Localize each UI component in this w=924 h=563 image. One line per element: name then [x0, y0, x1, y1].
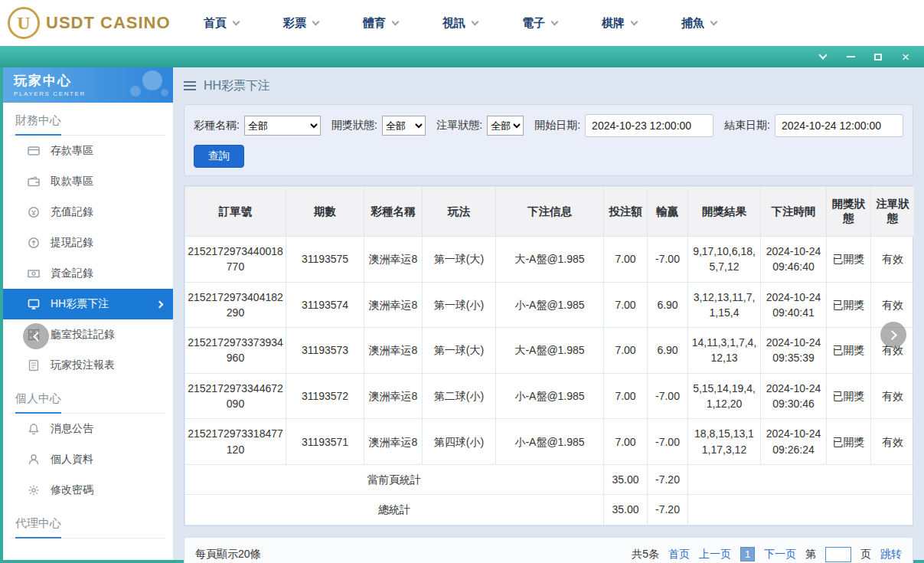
- sidebar-item-label: 玩家投注報表: [51, 358, 115, 372]
- sidebar-item-label: HH彩票下注: [51, 297, 109, 311]
- pagination-bar: 每頁顯示20條 共5条 首页 上一页 1 下一页 第 页 跳转: [184, 537, 913, 563]
- table-cell: 2024-10-24 09:35:39: [761, 328, 827, 374]
- table-cell: 有效: [871, 237, 915, 283]
- nav-item-sports[interactable]: 體育: [363, 16, 398, 31]
- lottery-filter-select[interactable]: 全部: [244, 116, 321, 136]
- table-cell: 31193572: [286, 373, 364, 419]
- table-cell: 已開獎: [827, 373, 871, 419]
- end-date-input[interactable]: [775, 114, 903, 137]
- sidebar-item-password[interactable]: 修改密碼: [3, 475, 173, 506]
- sidebar-section-title: 個人中心: [11, 381, 165, 414]
- table-cell: 第一球(大): [423, 328, 496, 374]
- nav-item-slots[interactable]: 電子: [522, 16, 557, 31]
- first-page-link[interactable]: 首页: [668, 548, 690, 561]
- start-date-input[interactable]: [585, 114, 713, 137]
- sidebar-item-deposit[interactable]: 存款專區: [3, 136, 173, 166]
- table-cell: 6.90: [648, 282, 688, 328]
- table-cell: 大-A盤@1.985: [496, 237, 604, 283]
- bet-table: 訂單號期數彩種名稱玩法下注信息投注額輸贏開獎結果下注時間開獎狀態注單狀態 215…: [184, 185, 913, 526]
- top-nav-bar: U USDT CASINO 首頁彩票體育視訊電子棋牌捕魚: [0, 0, 924, 46]
- sidebar-menu: 財務中心存款專區取款專區充值記錄提現記錄資金記錄HH彩票下注廳室投註記錄玩家投注…: [3, 103, 173, 538]
- nav-item-home[interactable]: 首頁: [204, 16, 239, 31]
- page-jump-prefix-label: 第: [805, 548, 816, 561]
- table-cell: 14,11,3,1,7,4,12,13: [688, 328, 761, 374]
- sidebar-item-withdraw-record[interactable]: 提現記錄: [3, 227, 173, 258]
- sidebar-item-label: 資金記錄: [51, 267, 93, 280]
- table-cell: 7.00: [604, 237, 648, 283]
- search-button[interactable]: 查詢: [194, 145, 244, 168]
- column-header: 注單狀態: [871, 187, 915, 237]
- withdraw-record-icon: [28, 237, 40, 249]
- table-cell: 6.90: [648, 328, 688, 374]
- pager: 共5条 首页 上一页 1 下一页 第 页 跳转: [632, 547, 902, 562]
- player-report-icon: [28, 359, 40, 372]
- collapse-sidebar-arrow-button[interactable]: [23, 323, 49, 349]
- summary-label: 總統計: [185, 495, 604, 525]
- nav-item-fishing[interactable]: 捕魚: [681, 16, 717, 31]
- sidebar-item-profile[interactable]: 個人資料: [3, 444, 173, 475]
- page-header: HH彩票下注: [184, 67, 913, 104]
- chevron-down-icon: [551, 18, 559, 25]
- page-title: HH彩票下注: [204, 78, 270, 94]
- close-button[interactable]: ×: [900, 51, 912, 63]
- prev-page-link[interactable]: 上一页: [699, 548, 731, 561]
- sidebar-item-withdraw[interactable]: 取款專區: [3, 166, 173, 197]
- expand-panel-arrow-button[interactable]: [880, 322, 906, 348]
- deposit-icon: [28, 145, 40, 157]
- jump-button[interactable]: 跳转: [880, 548, 902, 561]
- current-page-button[interactable]: 1: [740, 547, 755, 561]
- table-cell: 2024-10-24 09:30:46: [761, 373, 827, 419]
- lottery-filter-label: 彩種名稱:: [194, 119, 240, 133]
- chevron-left-icon: [33, 332, 43, 342]
- maximize-button[interactable]: [872, 51, 884, 63]
- sidebar-item-announcement[interactable]: 消息公告: [3, 414, 173, 444]
- nav-item-board-games[interactable]: 棋牌: [602, 16, 637, 31]
- table-cell: 澳洲幸运8: [364, 237, 423, 283]
- draw-status-filter-label: 開獎狀態:: [331, 119, 377, 133]
- table-cell: 第二球(小): [423, 373, 496, 419]
- table-cell: -7.00: [648, 373, 688, 419]
- funds-record-icon: [28, 267, 40, 280]
- app-body: 玩家中心 PLAYERS CENTER 財務中心存款專區取款專區充值記錄提現記錄…: [0, 67, 924, 563]
- table-cell: 7.00: [604, 328, 648, 374]
- sidebar-item-recharge-record[interactable]: 充值記錄: [3, 197, 173, 227]
- sidebar-item-lottery-bet[interactable]: HH彩票下注: [3, 289, 173, 319]
- table-cell: 已開獎: [827, 419, 871, 465]
- summary-row: 總統計35.00-7.20: [185, 495, 915, 525]
- window-dropdown-button[interactable]: [817, 51, 829, 63]
- sidebar-title: 玩家中心: [14, 72, 162, 90]
- column-header: 下注時間: [761, 187, 827, 237]
- withdraw-icon: [28, 175, 40, 188]
- draw-status-filter-select[interactable]: 全部: [382, 116, 426, 136]
- nav-item-video[interactable]: 視訊: [442, 16, 478, 31]
- total-count-label: 共5条: [632, 548, 659, 561]
- column-header: 投注額: [604, 187, 648, 237]
- next-page-link[interactable]: 下一页: [764, 548, 796, 561]
- order-status-filter-select[interactable]: 全部: [487, 116, 524, 136]
- table-cell: 2152172973373934960: [185, 328, 286, 374]
- chevron-down-icon: [710, 18, 718, 25]
- chevron-down-icon: [472, 18, 479, 25]
- summary-row: 當前頁統計35.00-7.20: [185, 464, 915, 494]
- logo[interactable]: U USDT CASINO: [0, 7, 182, 39]
- nav-item-lottery[interactable]: 彩票: [283, 16, 318, 31]
- menu-toggle-icon[interactable]: [184, 81, 196, 90]
- table-cell: 小-A盤@1.985: [496, 282, 604, 328]
- column-header: 玩法: [423, 187, 496, 237]
- table-cell: 有效: [871, 419, 915, 465]
- table-cell: 18,8,15,13,11,17,3,12: [688, 419, 761, 465]
- end-date-label: 結束日期:: [724, 119, 770, 133]
- nav-item-label: 彩票: [283, 16, 306, 31]
- table-cell: 第一球(小): [423, 282, 496, 328]
- minimize-button[interactable]: [844, 51, 857, 63]
- sidebar-item-player-report[interactable]: 玩家投注報表: [3, 350, 173, 381]
- page-jump-input[interactable]: [825, 547, 851, 562]
- sidebar-section-title: 代理中心: [11, 506, 165, 538]
- sidebar-item-funds-record[interactable]: 資金記錄: [3, 258, 173, 289]
- sidebar-item-label: 充值記錄: [51, 205, 93, 219]
- summary-bet-total: 35.00: [604, 464, 648, 494]
- profile-icon: [28, 453, 40, 466]
- table-cell: 9,17,10,6,18,5,7,12: [688, 237, 761, 283]
- table-cell: 31193571: [286, 419, 364, 465]
- window-chrome: ×: [0, 46, 924, 67]
